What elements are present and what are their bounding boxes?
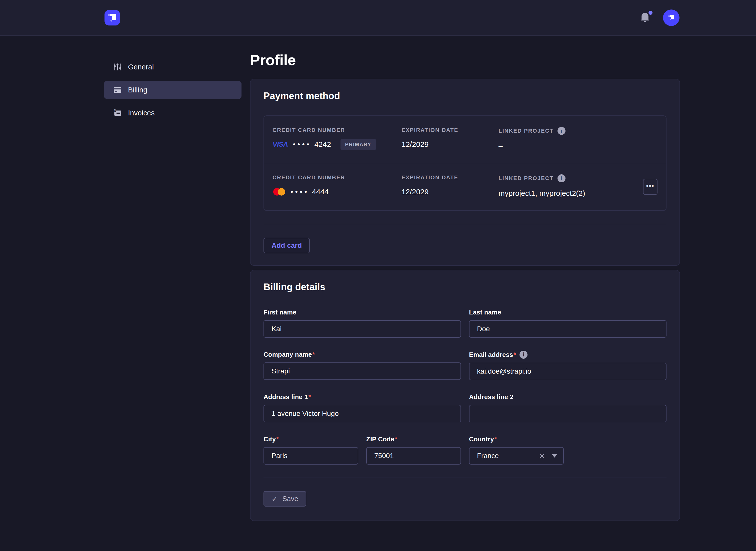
city-input[interactable]: [263, 447, 358, 465]
linked-project-label: LINKED PROJECT: [499, 128, 553, 134]
country-value: France: [477, 452, 539, 460]
payment-divider: [263, 224, 667, 224]
required-asterisk: *: [513, 351, 516, 359]
masked-digits: ••••: [290, 187, 309, 196]
svg-text:$: $: [114, 109, 116, 112]
credit-card-icon: [112, 85, 122, 95]
sidebar-item-general[interactable]: General: [104, 58, 242, 76]
expiration-label: EXPIRATION DATE: [402, 127, 499, 133]
address-line1-label: Address line 1*: [263, 393, 311, 401]
card-more-actions-button[interactable]: •••: [643, 179, 658, 195]
linked-project-label: LINKED PROJECT: [499, 175, 553, 181]
credit-card-row-visa: CREDIT CARD NUMBER VISA •••• 4242 PRIMAR…: [264, 116, 666, 163]
country-select[interactable]: France ✕: [469, 447, 564, 465]
clear-icon[interactable]: ✕: [539, 452, 545, 460]
save-button[interactable]: ✓ Save: [263, 491, 306, 507]
strapi-logo[interactable]: [104, 10, 120, 25]
card-last4: 4242: [314, 140, 331, 149]
sliders-icon: [112, 62, 122, 72]
field-company-name: Company name*: [263, 351, 461, 380]
field-country: Country* France ✕: [469, 435, 564, 465]
cc-expiration-cell: EXPIRATION DATE 12/2029: [402, 174, 499, 198]
email-input[interactable]: [469, 363, 667, 380]
linked-project-value: myproject1, myproject2(2): [499, 187, 643, 199]
visa-logo: VISA: [272, 140, 288, 148]
info-icon[interactable]: i: [557, 174, 565, 182]
add-card-button[interactable]: Add card: [263, 238, 310, 253]
cc-expiration-cell: EXPIRATION DATE 12/2029: [402, 127, 499, 150]
cc-linked-cell: LINKED PROJECT i –: [499, 127, 658, 152]
field-first-name: First name: [263, 309, 461, 338]
field-city: City*: [263, 435, 358, 465]
ellipsis-icon: •••: [646, 182, 654, 190]
company-name-input[interactable]: [263, 363, 461, 380]
field-email: Email address* i: [469, 351, 667, 380]
sidebar-item-label: Invoices: [128, 109, 155, 117]
payment-method-card: Payment method CREDIT CARD NUMBER VISA •…: [250, 79, 680, 266]
required-asterisk: *: [312, 351, 315, 359]
cc-number-cell: CREDIT CARD NUMBER VISA •••• 4242 PRIMAR…: [272, 127, 402, 150]
required-asterisk: *: [276, 435, 279, 443]
cc-number-label: CREDIT CARD NUMBER: [272, 127, 402, 133]
company-name-label: Company name*: [263, 351, 315, 359]
credit-card-list: CREDIT CARD NUMBER VISA •••• 4242 PRIMAR…: [263, 115, 667, 211]
cc-linked-cell: LINKED PROJECT i myproject1, myproject2(…: [499, 174, 643, 199]
billing-details-card: Billing details First name Last name: [250, 270, 680, 521]
page-title: Profile: [250, 51, 680, 69]
billing-divider: [263, 478, 667, 478]
zip-code-input[interactable]: [366, 447, 461, 465]
header-actions: [640, 9, 680, 26]
billing-form: First name Last name Company name*: [263, 309, 667, 507]
field-last-name: Last name: [469, 309, 667, 338]
card-last4: 4444: [312, 187, 329, 196]
city-label: City*: [263, 435, 279, 443]
mastercard-logo: [272, 187, 286, 196]
field-zip: ZIP Code*: [366, 435, 461, 465]
field-address-line2: Address line 2: [469, 393, 667, 422]
email-label: Email address*: [469, 351, 516, 359]
info-icon[interactable]: i: [557, 127, 565, 135]
masked-digits: ••••: [293, 140, 311, 149]
strapi-logo-icon: [104, 10, 120, 25]
sidebar-item-label: General: [128, 63, 154, 71]
last-name-input[interactable]: [469, 320, 667, 338]
sidebar-item-billing[interactable]: Billing: [104, 81, 242, 99]
top-header: [0, 0, 756, 36]
expiration-value: 12/2029: [402, 186, 499, 198]
address-line1-input[interactable]: [263, 405, 461, 422]
expiration-value: 12/2029: [402, 138, 499, 150]
sidebar-item-label: Billing: [128, 86, 147, 94]
expiration-label: EXPIRATION DATE: [402, 174, 499, 181]
info-icon[interactable]: i: [519, 351, 527, 359]
zip-code-label: ZIP Code*: [366, 435, 397, 443]
cc-number-cell: CREDIT CARD NUMBER •••• 4444: [272, 174, 402, 198]
avatar-strapi-icon: [666, 13, 676, 23]
notification-dot: [649, 11, 653, 15]
user-avatar[interactable]: [663, 9, 680, 26]
notifications-button[interactable]: [640, 12, 651, 24]
first-name-input[interactable]: [263, 320, 461, 338]
last-name-label: Last name: [469, 309, 501, 316]
first-name-label: First name: [263, 309, 296, 316]
sidebar-item-invoices[interactable]: $ $ Invoices: [104, 104, 242, 122]
country-label: Country*: [469, 435, 497, 443]
payment-method-heading: Payment method: [263, 91, 667, 101]
address-line2-label: Address line 2: [469, 393, 513, 401]
required-asterisk: *: [395, 435, 397, 443]
credit-card-row-mastercard: CREDIT CARD NUMBER •••• 4444: [264, 163, 666, 210]
main-content: Profile Payment method CREDIT CARD NUMBE…: [250, 36, 680, 521]
cc-number-label: CREDIT CARD NUMBER: [272, 174, 402, 181]
settings-sidebar: General Billing $: [104, 36, 242, 127]
required-asterisk: *: [308, 393, 311, 401]
address-line2-input[interactable]: [469, 405, 667, 422]
field-address-line1: Address line 1*: [263, 393, 461, 422]
invoice-icon: $ $: [112, 108, 122, 118]
required-asterisk: *: [495, 435, 497, 443]
primary-badge: PRIMARY: [340, 139, 376, 150]
check-icon: ✓: [271, 495, 278, 503]
linked-project-value: –: [499, 140, 658, 152]
billing-details-heading: Billing details: [263, 282, 667, 293]
chevron-down-icon[interactable]: [552, 454, 557, 458]
